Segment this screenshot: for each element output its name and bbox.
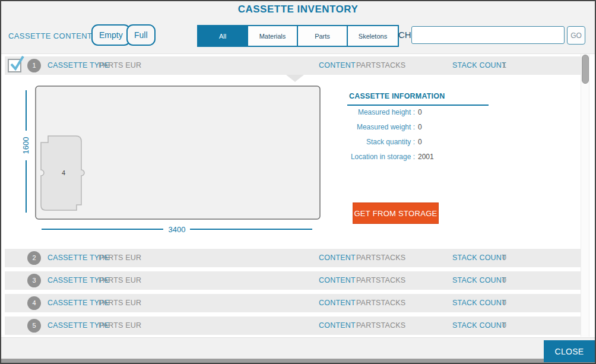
header: CASSETTE INVENTORY CASSETTE CONTENT Empt… (1, 1, 595, 54)
search-input[interactable] (411, 26, 565, 44)
tab-materials[interactable]: Materials (248, 26, 298, 46)
cassette-row-2[interactable]: 2 CASSETTE TYPE PARTS EUR CONTENT PARTST… (5, 249, 581, 267)
stack-count-value: 0 (502, 271, 506, 290)
part-stack-number: 4 (62, 169, 65, 176)
cassette-layout-diagram: 4 1600 3400 (19, 83, 325, 236)
cassette-type-value: PARTS EUR (99, 56, 141, 75)
go-button[interactable]: GO (567, 26, 585, 45)
cassette-row-3[interactable]: 3 CASSETTE TYPE PARTS EUR CONTENT PARTST… (5, 271, 581, 290)
field-label: Location in storage : (337, 153, 415, 161)
cassette-inventory-dialog: CASSETTE INVENTORY CASSETTE CONTENT Empt… (0, 0, 596, 364)
dialog-bottom-shadow (1, 359, 595, 363)
stack-count-value: 1 (502, 56, 506, 75)
empty-filter-button[interactable]: Empty (91, 24, 131, 46)
row-expand-tail (286, 75, 304, 82)
tab-skeletons[interactable]: Skeletons (348, 26, 398, 46)
field-label: Stack quantity : (337, 138, 415, 146)
field-value: 0 (418, 138, 422, 146)
content-value: PARTSTACKS (356, 271, 405, 290)
cassette-type-value: PARTS EUR (99, 271, 141, 290)
stack-count-value: 0 (502, 316, 506, 335)
row-number-badge: 1 (27, 59, 41, 72)
stack-count-value: 0 (502, 249, 506, 267)
cassette-information-heading: CASSETTE INFORMATION (347, 92, 489, 106)
content-value: PARTSTACKS (356, 56, 405, 75)
stack-count-label: STACK COUNT (452, 294, 506, 312)
row-checkbox[interactable] (8, 58, 24, 74)
content-value: PARTSTACKS (356, 316, 405, 335)
full-filter-button[interactable]: Full (126, 24, 156, 46)
field-label: Measured weight : (337, 123, 415, 131)
get-from-storage-button[interactable]: GET FROM STORAGE (353, 202, 439, 224)
field-label: Measured height : (337, 108, 415, 116)
cassette-row-4[interactable]: 4 CASSETTE TYPE PARTS EUR CONTENT PARTST… (5, 294, 581, 312)
footer (1, 337, 595, 359)
row-number-badge: 5 (27, 319, 41, 333)
checkbox-box[interactable] (8, 59, 21, 72)
close-button[interactable]: CLOSE (544, 340, 595, 362)
row-number-badge: 2 (27, 251, 41, 265)
content-label: CONTENT (319, 249, 356, 267)
content-value: PARTSTACKS (356, 249, 405, 267)
content-filter-tabs: All Materials Parts Skeletons (197, 25, 399, 47)
cassette-type-value: PARTS EUR (99, 294, 141, 312)
tab-parts[interactable]: Parts (298, 26, 348, 46)
tab-all[interactable]: All (198, 26, 248, 46)
field-value: 2001 (418, 153, 434, 161)
scrollbar-track[interactable] (581, 54, 589, 337)
cassette-content-label: CASSETTE CONTENT (8, 31, 92, 40)
content-label: CONTENT (319, 271, 356, 290)
row-number-badge: 3 (27, 274, 41, 287)
cassette-type-value: PARTS EUR (99, 249, 141, 267)
search-label-clipped: CH (398, 30, 411, 40)
field-value: 0 (418, 108, 422, 116)
cassette-list: 1 CASSETTE TYPE PARTS EUR CONTENT PARTST… (1, 54, 595, 337)
height-dimension-label: 1600 (21, 137, 30, 154)
content-value: PARTSTACKS (356, 294, 405, 312)
stack-count-label: STACK COUNT (452, 56, 506, 75)
row-number-badge: 4 (27, 296, 41, 310)
stack-count-value: 0 (502, 294, 506, 312)
cassette-information-fields: Measured height : 0 Measured weight : 0 … (337, 108, 434, 167)
content-label: CONTENT (319, 316, 356, 335)
page-title: CASSETTE INVENTORY (1, 4, 595, 15)
cassette-type-value: PARTS EUR (99, 316, 141, 335)
stack-count-label: STACK COUNT (452, 271, 506, 290)
info-field-measured-weight: Measured weight : 0 (337, 123, 434, 138)
info-field-stack-quantity: Stack quantity : 0 (337, 138, 434, 153)
info-field-location-in-storage: Location in storage : 2001 (337, 153, 434, 167)
cassette-row-1[interactable]: 1 CASSETTE TYPE PARTS EUR CONTENT PARTST… (5, 56, 581, 75)
stack-count-label: STACK COUNT (452, 316, 506, 335)
stack-count-label: STACK COUNT (452, 249, 506, 267)
cassette-row-5[interactable]: 5 CASSETTE TYPE PARTS EUR CONTENT PARTST… (5, 316, 581, 335)
field-value: 0 (418, 123, 422, 131)
content-label: CONTENT (319, 56, 356, 75)
scrollbar-thumb[interactable] (582, 55, 589, 84)
info-field-measured-height: Measured height : 0 (337, 108, 434, 123)
width-dimension-label: 3400 (169, 225, 186, 234)
content-label: CONTENT (319, 294, 356, 312)
